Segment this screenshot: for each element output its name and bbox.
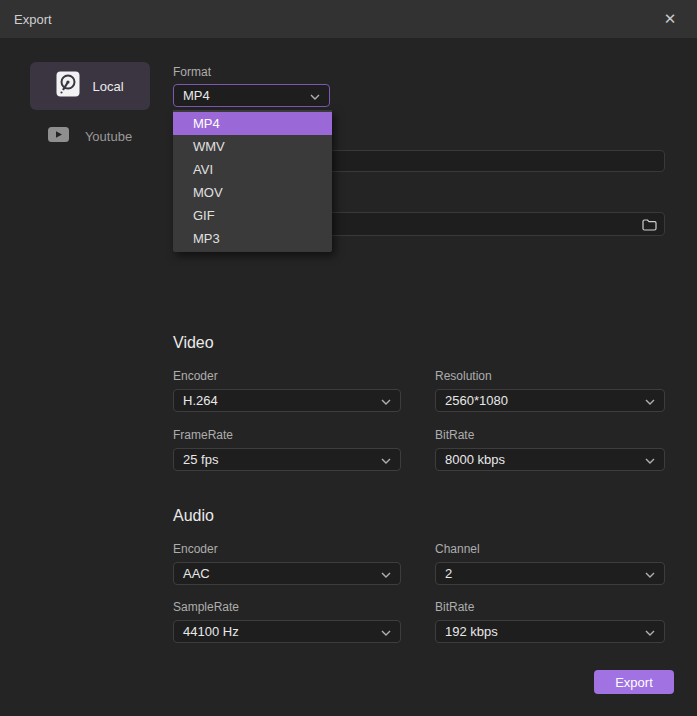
format-select[interactable]: MP4 [173,84,330,107]
video-encoder-select[interactable]: H.264 [173,389,401,412]
chevron-down-icon [381,566,391,581]
chevron-down-icon [645,452,655,467]
select-value: 44100 Hz [183,624,239,639]
chevron-down-icon [381,624,391,639]
chevron-down-icon [645,624,655,639]
export-button[interactable]: Export [594,670,674,694]
sidebar-item-local[interactable]: Local [30,62,150,110]
dropdown-option-mp4[interactable]: MP4 [173,112,332,135]
close-icon: ✕ [664,10,677,28]
select-value: 192 kbps [445,624,498,639]
sidebar-item-youtube[interactable]: Youtube [30,127,150,146]
framerate-select[interactable]: 25 fps [173,448,401,471]
audio-encoder-select[interactable]: AAC [173,562,401,585]
select-value: H.264 [183,393,218,408]
resolution-select[interactable]: 2560*1080 [435,389,665,412]
audio-section-heading: Audio [173,507,214,525]
field-label: SampleRate [173,600,401,614]
framerate-group: FrameRate 25 fps [173,428,401,471]
sidebar-item-label: Youtube [85,129,132,144]
field-label: Encoder [173,542,401,556]
dropdown-option-mp3[interactable]: MP3 [173,227,332,250]
dropdown-option-mov[interactable]: MOV [173,181,332,204]
audio-bitrate-select[interactable]: 192 kbps [435,620,665,643]
dropdown-option-gif[interactable]: GIF [173,204,332,227]
folder-icon[interactable] [640,216,658,232]
youtube-icon [48,127,69,146]
dropdown-option-avi[interactable]: AVI [173,158,332,181]
format-dropdown: MP4 WMV AVI MOV GIF MP3 [173,110,332,252]
export-dialog: Export ✕ Local [0,0,697,716]
sidebar-item-label: Local [92,79,123,94]
samplerate-select[interactable]: 44100 Hz [173,620,401,643]
field-label: Encoder [173,369,401,383]
window-title: Export [14,12,52,27]
chevron-down-icon [381,393,391,408]
video-encoder-group: Encoder H.264 [173,369,401,412]
chevron-down-icon [381,452,391,467]
format-select-value: MP4 [183,88,210,103]
chevron-down-icon [310,88,320,103]
audio-encoder-group: Encoder AAC [173,542,401,585]
video-section-heading: Video [173,334,214,352]
select-value: 2560*1080 [445,393,508,408]
field-label: FrameRate [173,428,401,442]
samplerate-group: SampleRate 44100 Hz [173,600,401,643]
field-label: BitRate [435,600,665,614]
field-label: BitRate [435,428,665,442]
field-label: Channel [435,542,665,556]
field-label: Resolution [435,369,665,383]
channel-select[interactable]: 2 [435,562,665,585]
main-panel: Format MP4 MP4 WMV AVI MOV GIF MP3 [173,0,665,716]
video-bitrate-select[interactable]: 8000 kbps [435,448,665,471]
chevron-down-icon [645,393,655,408]
select-value: 25 fps [183,452,218,467]
video-bitrate-group: BitRate 8000 kbps [435,428,665,471]
channel-group: Channel 2 [435,542,665,585]
hard-drive-icon [56,71,80,101]
select-value: 8000 kbps [445,452,505,467]
chevron-down-icon [645,566,655,581]
select-value: 2 [445,566,452,581]
audio-bitrate-group: BitRate 192 kbps [435,600,665,643]
select-value: AAC [183,566,210,581]
sidebar: Local Youtube [30,62,150,146]
resolution-group: Resolution 2560*1080 [435,369,665,412]
format-label: Format [173,65,211,79]
dropdown-option-wmv[interactable]: WMV [173,135,332,158]
